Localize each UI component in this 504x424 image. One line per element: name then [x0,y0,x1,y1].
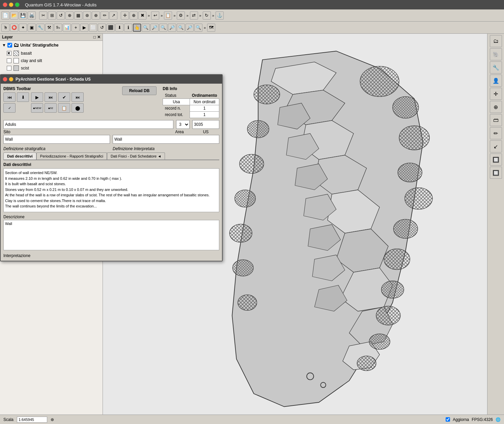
open-icon[interactable]: 📂 [10,11,18,20]
shuffle-icon[interactable]: ⇄ [190,11,198,20]
scist-checkbox[interactable] [7,66,11,70]
save-icon[interactable]: 💾 [19,11,27,20]
close-btn[interactable] [3,2,7,7]
pencil-icon[interactable]: ✏ [101,11,109,20]
new-file-icon[interactable]: 📄 [1,11,9,20]
dialog-min-btn[interactable] [9,77,13,82]
layer-group-checkbox[interactable] [7,43,12,48]
pointer-icon[interactable]: ↗ [109,11,117,20]
clipboard-icon[interactable]: 📋 [164,11,172,20]
cross-icon[interactable]: ✛ [121,11,129,20]
dialog-window-controls[interactable] [3,77,13,82]
layer-icon[interactable]: ⊛ [83,11,91,20]
paw-icon[interactable]: ✦ [19,24,27,32]
min-btn[interactable] [9,2,13,7]
x-icon[interactable]: ✖ [138,11,146,20]
hand-icon[interactable]: 👆 [133,24,141,32]
copy-icon[interactable]: ⊞ [48,11,56,20]
rt-icon-8[interactable]: ✏ [490,127,502,139]
fpsg-icon[interactable]: 🌐 [496,417,501,422]
tab-dati-desc[interactable]: Dati descrittivi [3,152,36,160]
scala-input[interactable] [17,417,47,423]
rt-icon-4[interactable]: 👤 [490,75,502,87]
circle-icon[interactable]: ⭕ [10,24,18,32]
layer-title: Layer [2,35,13,39]
globe-icon[interactable]: 🗺 [207,24,215,32]
wall-select-1[interactable]: Wall [3,135,110,144]
rt-icon-5[interactable]: ✛ [490,88,502,100]
del-btn[interactable]: ⬤ [72,103,84,113]
zoom-layer-icon[interactable]: 🔎 [168,24,176,32]
wrench-icon[interactable]: ⚒ [45,24,53,32]
db-info-box: DB Info Status Ordinamento Usa Non ordin… [163,86,219,118]
play-btn[interactable]: ▶ [31,92,43,102]
rt-icon-3[interactable]: 🔧 [490,61,502,74]
zoom-in-icon[interactable]: 🔍 [142,24,150,32]
chart-icon[interactable]: 📊 [63,24,71,32]
us-id-input[interactable] [192,120,219,129]
layer-resize-icon[interactable]: □ [93,35,96,39]
zoom-full-icon[interactable]: 🔍 [159,24,167,32]
wall-select-2[interactable]: Wall [113,135,219,144]
run-icon[interactable]: ▶ [80,24,88,32]
rt-icon-11[interactable]: 🔲 [490,167,502,179]
info-icon[interactable]: ℹ [124,24,132,32]
zoom-out-icon[interactable]: 🔎 [150,24,159,32]
area-num-select[interactable]: 3 [176,120,190,129]
undo-icon[interactable]: ↺ [57,11,65,20]
undo2-icon[interactable]: ↩ [151,11,159,20]
black-circle-icon[interactable]: ⬛ [107,24,115,32]
move-icon[interactable]: ⊕ [130,11,138,20]
rt-icon-10[interactable]: 🔲 [490,153,502,166]
basalt-checkbox[interactable]: ✕ [7,51,11,56]
clay-checkbox[interactable] [7,58,11,63]
num-btn[interactable]: ●92 [45,103,57,113]
rt-icon-6[interactable]: ⊕ [490,101,502,113]
svg-point-22 [381,281,404,298]
rotate-icon[interactable]: ↻ [203,11,211,20]
last-btn[interactable]: ⏭ [72,92,84,102]
zoom-next-icon[interactable]: 🔍 [194,24,202,32]
dot-btn[interactable]: ●NEW [31,103,43,113]
cut-icon[interactable]: ✂ [39,11,47,20]
settings-icon[interactable]: ⊕ [92,11,100,20]
rt-icon-7[interactable]: 🗃 [490,114,502,126]
zoom-icon[interactable]: ⊕ [65,11,74,20]
zoom-prev-icon[interactable]: 🔎 [186,24,194,32]
dati-desc-textarea[interactable]: Section of wall oriented NE/SW. It measu… [3,168,219,212]
rt-icon-1[interactable]: 🗂 [490,35,502,47]
map-icon[interactable]: ▦ [74,11,82,20]
print-icon[interactable]: 🖨️ [28,11,36,20]
window-controls[interactable] [3,2,20,7]
aggiorna-checkbox[interactable] [446,417,450,422]
nav-first-btn[interactable]: ⏮ [3,92,16,102]
refresh-icon[interactable]: ↺ [98,24,106,32]
descrizione-textarea[interactable]: Wall [3,220,219,250]
nodes-icon[interactable]: 9ℴ [54,24,62,32]
rect-icon[interactable]: ⬜ [89,24,97,32]
check-btn[interactable]: ✔ [58,92,70,102]
status-icon[interactable]: ⊛ [51,417,54,422]
max-btn[interactable] [15,2,20,7]
sito-select[interactable]: Adulis [3,120,173,129]
copy-btn[interactable]: 📋 [58,103,70,113]
rt-icon-9[interactable]: ↙ [490,140,502,152]
cursor-icon[interactable]: 🖱 [1,24,9,32]
frame-icon[interactable]: ▣ [28,24,36,32]
skip-btn[interactable]: ⏭ [45,92,57,102]
crane-icon[interactable]: ⚓ [216,11,224,20]
layer-close-icon[interactable]: ✕ [97,35,101,39]
down-arrow-icon[interactable]: ⬇ [115,24,123,32]
edit-btn[interactable]: ✓ [3,103,16,113]
gear-icon[interactable]: ⚙ [177,11,185,20]
dialog-close-btn[interactable] [3,77,7,82]
nav-down-btn[interactable]: ⬇ [17,92,29,102]
target-icon[interactable]: ⌖ [72,24,80,32]
zoom-sel-icon[interactable]: 🔍 [177,24,185,32]
rt-icon-2[interactable]: 🐘 [490,48,502,60]
hammer-icon[interactable]: 🔧 [36,24,45,32]
tab-periodizzazione[interactable]: Periodizzazione - Rapporti Stratigrafici [36,152,107,160]
collapse-arrow[interactable]: ▼ [2,43,6,48]
reload-db-btn[interactable]: Reload DB [122,86,157,95]
tab-dati-fisici[interactable]: Dati Fisici - Dati Schedatore ◄ [107,152,165,160]
